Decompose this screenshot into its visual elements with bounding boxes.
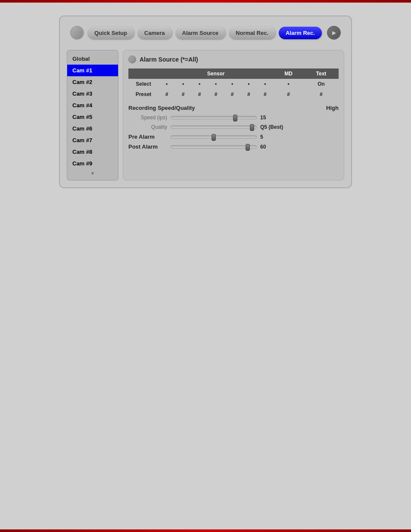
- select-row: Select • • • • • • • • On: [128, 79, 339, 89]
- panel-icon: [128, 56, 136, 63]
- preset-text-val: #: [304, 89, 339, 100]
- nav-circle-right[interactable]: [327, 26, 341, 40]
- quality-row: Quality Q5 (Best): [128, 124, 339, 130]
- rec-header: Recording Speed/Quality High: [128, 105, 339, 111]
- bottom-bar: [0, 529, 411, 532]
- sidebar-item-global[interactable]: Global: [67, 53, 118, 65]
- quality-thumb[interactable]: [250, 124, 254, 131]
- sidebar-item-cam9[interactable]: Cam #9: [67, 158, 118, 169]
- post-alarm-row: Post Alarm 60: [128, 143, 339, 150]
- th-sensor: Sensor: [159, 68, 273, 79]
- speed-row: Speed (ips) 15: [128, 115, 339, 121]
- post-alarm-value: 60: [260, 144, 286, 150]
- th-empty: [128, 68, 159, 79]
- preset-hash-2: #: [175, 89, 191, 100]
- preset-hash-7: #: [257, 89, 273, 100]
- select-dot-5: •: [224, 79, 240, 89]
- alarm-table: Sensor MD Text Select • • • • • • •: [128, 68, 339, 100]
- preset-hash-5: #: [224, 89, 240, 100]
- select-dot-7: •: [257, 79, 273, 89]
- pre-alarm-row: Pre Alarm 5: [128, 134, 339, 140]
- select-text-val: On: [304, 79, 339, 89]
- quality-slider[interactable]: [171, 125, 257, 129]
- preset-hash-1: #: [159, 89, 175, 100]
- pre-alarm-value: 5: [260, 134, 286, 140]
- rec-quality-label: High: [326, 105, 339, 111]
- select-dot-1: •: [159, 79, 175, 89]
- post-alarm-label: Post Alarm: [128, 143, 167, 150]
- rec-header-label: Recording Speed/Quality: [128, 105, 195, 111]
- rec-section: Recording Speed/Quality High Speed (ips)…: [128, 105, 339, 150]
- quality-label: Quality: [128, 124, 167, 130]
- tab-camera[interactable]: Camera: [137, 27, 172, 39]
- preset-hash-4: #: [208, 89, 224, 100]
- sidebar-item-cam2[interactable]: Cam #2: [67, 76, 118, 88]
- tab-quick-setup[interactable]: Quick Setup: [87, 27, 134, 39]
- tab-alarm-rec[interactable]: Alarm Rec.: [279, 27, 322, 39]
- main-container: Quick Setup Camera Alarm Source Normal R…: [59, 16, 352, 188]
- top-bar: [0, 0, 411, 3]
- preset-label: Preset: [128, 89, 159, 100]
- post-alarm-thumb[interactable]: [246, 144, 250, 151]
- sidebar-item-cam5[interactable]: Cam #5: [67, 111, 118, 123]
- panel-header: Alarm Source (*=All): [128, 56, 339, 63]
- pre-alarm-slider[interactable]: [171, 135, 257, 139]
- preset-hash-3: #: [191, 89, 208, 100]
- sidebar: Global Cam #1 Cam #2 Cam #3 Cam #4 Cam #…: [67, 50, 118, 180]
- panel-title: Alarm Source (*=All): [140, 56, 198, 63]
- pre-alarm-label: Pre Alarm: [128, 134, 167, 140]
- right-panel: Alarm Source (*=All) Sensor MD Text Sele…: [123, 50, 344, 180]
- preset-hash-6: #: [240, 89, 257, 100]
- preset-row: Preset # # # # # # # # #: [128, 89, 339, 100]
- sidebar-item-cam8[interactable]: Cam #8: [67, 146, 118, 158]
- speed-label: Speed (ips): [128, 115, 167, 121]
- sidebar-item-cam3[interactable]: Cam #3: [67, 88, 118, 100]
- quality-value: Q5 (Best): [260, 124, 286, 130]
- sidebar-scroll-indicator: ▼: [67, 169, 118, 177]
- sidebar-item-cam1[interactable]: Cam #1: [67, 65, 118, 76]
- preset-hash-8: #: [273, 89, 304, 100]
- speed-value: 15: [260, 115, 286, 121]
- sidebar-item-cam4[interactable]: Cam #4: [67, 100, 118, 111]
- speed-thumb[interactable]: [233, 115, 237, 121]
- sidebar-item-cam7[interactable]: Cam #7: [67, 134, 118, 146]
- post-alarm-slider[interactable]: [171, 145, 257, 149]
- nav-circle-left: [70, 26, 84, 40]
- select-label: Select: [128, 79, 159, 89]
- select-dot-3: •: [191, 79, 208, 89]
- tab-alarm-source[interactable]: Alarm Source: [175, 27, 226, 39]
- th-text: Text: [304, 68, 339, 79]
- speed-slider[interactable]: [171, 116, 257, 119]
- select-md: •: [273, 79, 304, 89]
- nav-tabs: Quick Setup Camera Alarm Source Normal R…: [67, 23, 344, 42]
- select-dot-4: •: [208, 79, 224, 89]
- pre-alarm-thumb[interactable]: [212, 134, 216, 141]
- content-area: Global Cam #1 Cam #2 Cam #3 Cam #4 Cam #…: [67, 50, 344, 180]
- tab-normal-rec[interactable]: Normal Rec.: [229, 27, 275, 39]
- th-md: MD: [273, 68, 304, 79]
- sidebar-item-cam6[interactable]: Cam #6: [67, 123, 118, 134]
- select-dot-6: •: [240, 79, 257, 89]
- select-dot-2: •: [175, 79, 191, 89]
